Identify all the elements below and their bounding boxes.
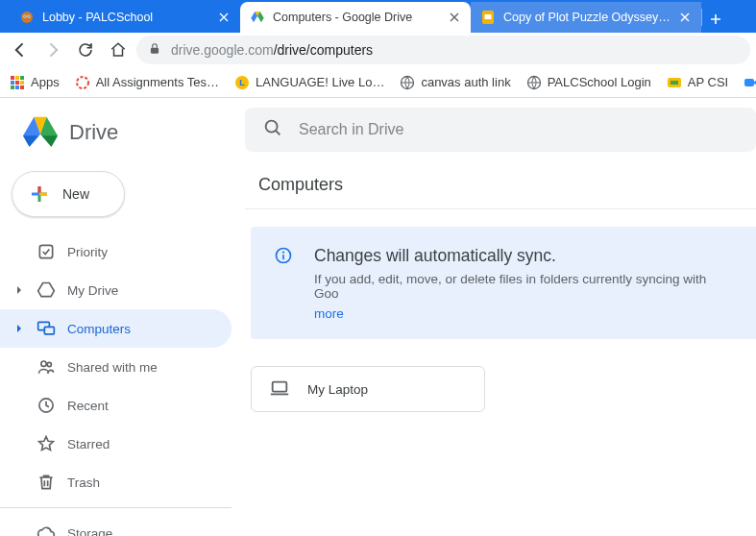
reload-button[interactable] [71,36,100,64]
svg-point-8 [77,77,88,88]
sidebar-item-label: Starred [67,437,110,451]
bookmark-label: All Assignments Tes… [96,75,219,89]
close-icon[interactable] [678,11,692,24]
apps-shortcut[interactable]: Apps [10,75,60,90]
browser-tab[interactable]: Lobby - PALCSchool [10,2,240,33]
sidebar-item-computers[interactable]: Computers [0,309,232,348]
recent-icon [35,396,58,415]
svg-rect-26 [273,381,287,391]
bookmark-item[interactable]: canvas auth link [400,75,510,90]
sidebar-item-label: Storage [67,526,112,537]
sidebar-item-label: My Drive [67,283,118,298]
drive-logo-icon [21,115,60,150]
priority-icon [35,242,58,261]
browser-toolbar: drive.google.com/drive/computers [0,33,756,67]
sidebar-item-label: Computers [67,322,131,336]
chevron-right-icon[interactable] [13,285,25,295]
tab-title: Computers - Google Drive [273,11,440,24]
svg-rect-14 [671,81,678,85]
address-bar[interactable]: drive.google.com/drive/computers [136,36,750,64]
device-folder[interactable]: My Laptop [251,366,485,412]
svg-point-0 [21,12,33,23]
url-text: drive.google.com/drive/computers [171,42,373,58]
trash-icon [35,473,58,492]
bookmark-label: PALCSchool Login [548,75,651,89]
star-icon [35,434,58,453]
new-button[interactable]: New [12,171,125,217]
shared-icon [35,357,58,377]
sidebar-item-label: Trash [67,475,100,490]
svg-point-24 [282,252,284,254]
sidebar-item-priority[interactable]: Priority [0,232,232,271]
drive-main: Computers Changes will automatically syn… [245,98,756,536]
info-icon [274,246,293,322]
browser-tab-active[interactable]: Computers - Google Drive [240,2,471,33]
sidebar-item-label: Priority [67,245,108,259]
sidebar-item-recent[interactable]: Recent [0,386,232,425]
svg-point-20 [47,362,51,366]
home-button[interactable] [104,36,133,64]
circle-icon [75,75,90,90]
search-input[interactable] [299,121,739,138]
svg-point-22 [266,121,278,133]
sidebar-item-shared[interactable]: Shared with me [0,348,232,386]
bookmark-item[interactable]: zoom.us [744,75,756,90]
close-icon[interactable] [217,11,231,24]
computers-icon [35,319,58,338]
search-bar[interactable] [245,108,756,152]
bookmark-item[interactable]: L LANGUAGE! Live Lo… [234,75,384,90]
sidebar-item-my-drive[interactable]: My Drive [0,271,232,309]
drive-sidebar: Drive New Priority My Drive Computers S [0,98,245,536]
forward-button[interactable] [38,36,67,64]
new-tab-button[interactable] [702,6,729,33]
laptop-icon [269,378,290,402]
chevron-right-icon[interactable] [13,324,25,333]
svg-point-19 [41,361,46,366]
new-button-label: New [62,186,89,202]
drive-favicon [250,10,265,25]
sync-info-banner: Changes will automatically sync. If you … [251,227,756,339]
svg-rect-16 [39,245,52,257]
globe-icon [400,75,415,90]
device-folder-label: My Laptop [307,382,368,397]
language-icon: L [234,75,250,90]
owl-favicon [19,10,35,25]
banner-headline: Changes will automatically sync. [314,246,733,266]
bookmark-item[interactable]: PALCSchool Login [526,75,651,90]
search-icon [262,117,283,142]
globe-icon [526,75,542,90]
svg-point-3 [24,15,25,16]
cloud-icon [35,524,58,536]
banner-more-link[interactable]: more [314,306,344,321]
bookmark-label: Apps [31,75,60,89]
bookmark-label: AP CSI [688,75,728,89]
svg-rect-15 [744,79,754,86]
svg-rect-7 [151,47,159,53]
browser-tabstrip: Lobby - PALCSchool Computers - Google Dr… [0,0,756,33]
sidebar-item-starred[interactable]: Starred [0,425,232,463]
zoom-icon [744,75,756,90]
drive-brand[interactable]: Drive [0,115,245,163]
apcsi-icon [667,75,682,90]
sidebar-item-trash[interactable]: Trash [0,463,232,501]
page-title: Computers [245,163,756,209]
my-drive-icon [35,280,58,300]
sidebar-item-storage[interactable]: Storage [0,514,232,536]
close-icon[interactable] [448,11,461,24]
apps-grid-icon [10,75,25,90]
slides-favicon [480,10,496,25]
sidebar-item-label: Recent [67,399,109,413]
tab-title: Lobby - PALCSchool [42,11,209,24]
bookmarks-bar: Apps All Assignments Tes… L LANGUAGE! Li… [0,67,756,98]
svg-rect-18 [44,327,54,334]
svg-text:L: L [239,78,245,87]
svg-point-4 [28,15,29,16]
bookmark-item[interactable]: AP CSI [667,75,728,90]
divider [0,507,232,508]
back-button[interactable] [6,36,35,64]
sidebar-item-label: Shared with me [67,360,158,375]
bookmark-label: canvas auth link [421,75,510,89]
drive-brand-label: Drive [69,120,118,145]
bookmark-item[interactable]: All Assignments Tes… [75,75,219,90]
browser-tab[interactable]: Copy of Plot Puzzle Odyssey - Go [471,2,701,33]
